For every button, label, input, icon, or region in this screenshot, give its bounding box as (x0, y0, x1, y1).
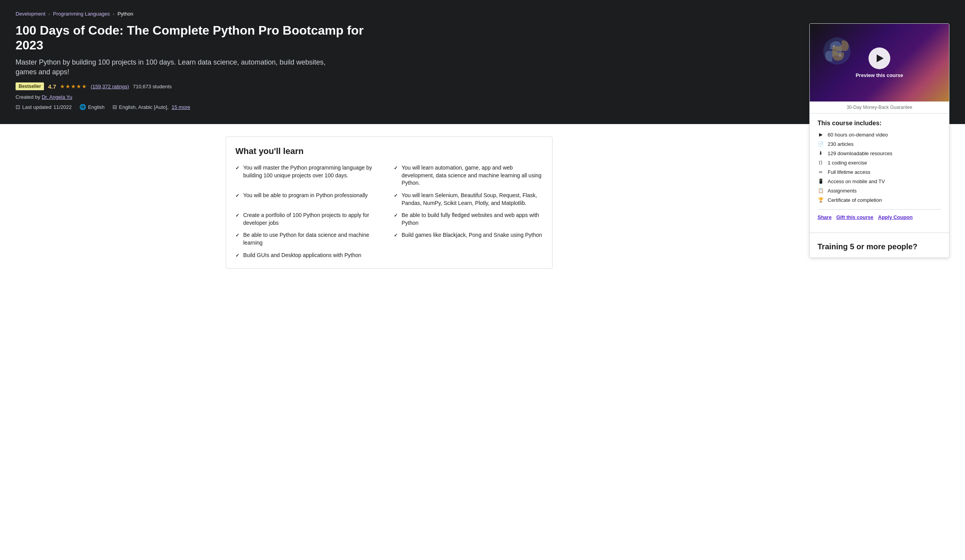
learn-section-title: What you'll learn (235, 146, 543, 156)
globe-icon: 🌐 (79, 104, 86, 110)
star-2: ★ (65, 83, 70, 89)
download-icon: ⬇ (818, 150, 824, 156)
meta-row: ⊡ Last updated 11/2022 🌐 English ⊟ Engli… (16, 104, 366, 110)
sidebar-card: Preview this course 30-Day Money-Back Gu… (809, 23, 949, 258)
learn-item-1: ✓ You will learn automation, game, app a… (394, 164, 543, 187)
play-button[interactable] (868, 47, 890, 69)
learn-item-text-5: Be able to build fully fledged websites … (402, 212, 543, 227)
learn-item-text-8: Build GUIs and Desktop applications with… (243, 252, 361, 259)
checkmark-icon-5: ✓ (394, 212, 398, 219)
learn-item-text-7: Build games like Blackjack, Pong and Sna… (402, 231, 542, 239)
learn-item-7: ✓ Build games like Blackjack, Pong and S… (394, 231, 543, 247)
checkmark-icon-1: ✓ (394, 165, 398, 172)
breadcrumb-sep-1: › (49, 12, 50, 16)
play-triangle-icon (877, 54, 884, 62)
includes-coding-text: 1 coding exercise (828, 160, 867, 166)
includes-mobile-text: Access on mobile and TV (828, 178, 885, 184)
course-title: 100 Days of Code: The Complete Python Pr… (16, 23, 366, 53)
course-includes: This course includes: ▶ 60 hours on-dema… (810, 114, 949, 233)
created-by: Created by Dr. Angela Yu (16, 94, 366, 100)
ratings-count[interactable]: (159,372 ratings) (91, 84, 129, 89)
hero-content: 100 Days of Code: The Complete Python Pr… (16, 23, 366, 110)
includes-lifetime-text: Full lifetime access (828, 169, 870, 175)
preview-overlay[interactable]: Preview this course (810, 24, 949, 102)
includes-item-lifetime: ∞ Full lifetime access (818, 169, 941, 175)
learn-item-5: ✓ Be able to build fully fledged website… (394, 212, 543, 227)
includes-item-downloads: ⬇ 129 downloadable resources (818, 150, 941, 156)
learn-item-0: ✓ You will master the Python programming… (235, 164, 384, 187)
training-title: Training 5 or more people? (818, 242, 941, 251)
learn-item-text-4: Create a portfolio of 100 Python project… (243, 212, 384, 227)
learn-item-6: ✓ Be able to use Python for data science… (235, 231, 384, 247)
includes-assignments-text: Assignments (828, 188, 856, 194)
last-updated-item: ⊡ Last updated 11/2022 (16, 104, 72, 110)
students-count: 710,673 students (133, 84, 172, 89)
checkmark-icon-4: ✓ (235, 212, 239, 219)
breadcrumb-python: Python (118, 11, 133, 17)
language-item: 🌐 English (79, 104, 105, 110)
last-updated-label: Last updated (22, 104, 51, 110)
learn-item-8: ✓ Build GUIs and Desktop applications wi… (235, 252, 384, 259)
video-icon: ▶ (818, 131, 824, 138)
breadcrumb-development[interactable]: Development (16, 11, 46, 17)
star-1: ★ (60, 83, 65, 89)
includes-item-mobile: 📱 Access on mobile and TV (818, 178, 941, 184)
includes-articles-text: 230 articles (828, 141, 853, 147)
learn-item-text-3: You will learn Selenium, Beautiful Soup,… (402, 192, 543, 207)
infinity-icon: ∞ (818, 169, 824, 175)
breadcrumb: Development › Programming Languages › Py… (16, 11, 949, 17)
training-section-sidebar: Training 5 or more people? (810, 233, 949, 257)
includes-certificate-text: Certificate of completion (828, 197, 882, 203)
learn-item-2: ✓ You will be able to program in Python … (235, 192, 384, 207)
checkmark-icon-3: ✓ (394, 192, 398, 199)
captions-value: English, Arabic [Auto], (119, 104, 168, 110)
article-icon: 📄 (818, 141, 824, 147)
learn-item-3: ✓ You will learn Selenium, Beautiful Sou… (394, 192, 543, 207)
captions-item: ⊟ English, Arabic [Auto], 15 more (112, 104, 190, 110)
includes-list: ▶ 60 hours on-demand video 📄 230 article… (818, 131, 941, 203)
action-buttons: Share Gift this course Apply Coupon (818, 209, 941, 226)
learn-grid: ✓ You will master the Python programming… (235, 164, 543, 259)
includes-item-certificate: 🏆 Certificate of completion (818, 197, 941, 203)
checkmark-icon-2: ✓ (235, 192, 239, 199)
course-preview[interactable]: Preview this course (810, 24, 949, 102)
preview-label: Preview this course (856, 72, 903, 78)
assignment-icon: 📋 (818, 187, 824, 194)
clock-icon: ⊡ (16, 104, 20, 110)
captions-more-link[interactable]: 15 more (172, 104, 190, 110)
learn-item-text-6: Be able to use Python for data science a… (243, 231, 384, 247)
includes-item-video: ▶ 60 hours on-demand video (818, 131, 941, 138)
hero-section: Development › Programming Languages › Py… (0, 0, 965, 124)
gift-course-button[interactable]: Gift this course (836, 214, 873, 220)
includes-downloads-text: 129 downloadable resources (828, 150, 892, 156)
main-layout: What you'll learn ✓ You will master the … (210, 124, 755, 290)
learn-item-text-1: You will learn automation, game, app and… (402, 164, 543, 187)
main-content: What you'll learn ✓ You will master the … (210, 124, 568, 290)
certificate-icon: 🏆 (818, 197, 824, 203)
includes-item-articles: 📄 230 articles (818, 141, 941, 147)
bestseller-badge: Bestseller (16, 82, 44, 90)
star-4: ★ (76, 83, 81, 89)
includes-item-coding: ⟨⟩ 1 coding exercise (818, 159, 941, 166)
star-3: ★ (71, 83, 76, 89)
learn-item-4: ✓ Create a portfolio of 100 Python proje… (235, 212, 384, 227)
captions-icon: ⊟ (112, 104, 117, 110)
instructor-link[interactable]: Dr. Angela Yu (42, 94, 72, 100)
language-value: English (88, 104, 105, 110)
learn-section: What you'll learn ✓ You will master the … (226, 136, 553, 269)
share-button[interactable]: Share (818, 214, 832, 220)
guarantee-text: 30-Day Money-Back Guarantee (810, 102, 949, 114)
includes-item-assignments: 📋 Assignments (818, 187, 941, 194)
apply-coupon-button[interactable]: Apply Coupon (878, 214, 913, 220)
checkmark-icon-8: ✓ (235, 252, 239, 259)
learn-item-text-0: You will master the Python programming l… (243, 164, 384, 179)
includes-title: This course includes: (818, 120, 941, 127)
last-updated-value: 11/2022 (53, 104, 72, 110)
includes-video-text: 60 hours on-demand video (828, 132, 888, 138)
breadcrumb-sep-2: › (113, 12, 114, 16)
learn-item-text-2: You will be able to program in Python pr… (243, 192, 368, 200)
rating-row: Bestseller 4.7 ★ ★ ★ ★ ★ (159,372 rating… (16, 82, 366, 90)
mobile-icon: 📱 (818, 178, 824, 184)
breadcrumb-programming-languages[interactable]: Programming Languages (53, 11, 110, 17)
checkmark-icon-7: ✓ (394, 232, 398, 239)
